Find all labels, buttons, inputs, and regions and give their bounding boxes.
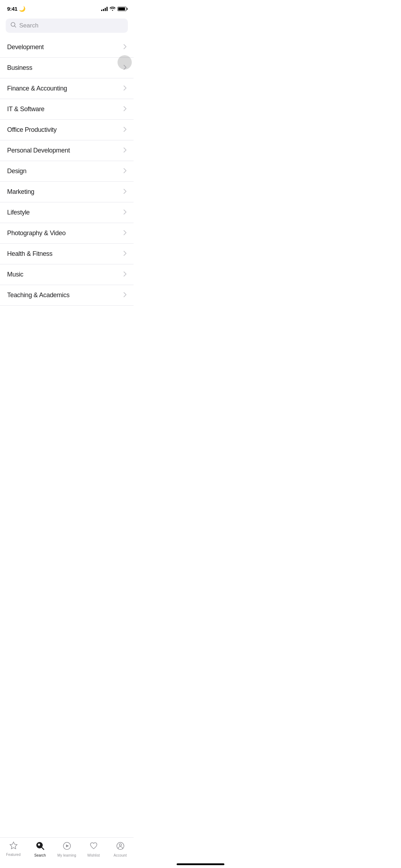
- category-item[interactable]: Office Productivity: [0, 120, 134, 140]
- search-icon: [11, 22, 16, 29]
- chevron-right-icon: [124, 292, 126, 299]
- category-label: Business: [7, 64, 32, 72]
- svg-line-1: [15, 26, 16, 27]
- chevron-right-icon: [124, 148, 126, 154]
- chevron-right-icon: [124, 86, 126, 92]
- chevron-right-icon: [124, 65, 126, 71]
- search-input[interactable]: Search: [6, 19, 128, 33]
- category-label: Photography & Video: [7, 229, 66, 237]
- category-label: Personal Development: [7, 147, 70, 154]
- category-label: Teaching & Academics: [7, 291, 69, 299]
- category-label: Finance & Accounting: [7, 85, 67, 92]
- signal-icon: [101, 7, 108, 11]
- category-item[interactable]: Music: [0, 264, 134, 285]
- status-icons: [101, 6, 126, 12]
- status-bar: 9:41 🌙: [0, 0, 134, 16]
- chevron-right-icon: [124, 44, 126, 51]
- wifi-icon: [110, 6, 115, 12]
- moon-icon: 🌙: [19, 6, 26, 12]
- category-item[interactable]: Marketing: [0, 182, 134, 202]
- category-item[interactable]: Photography & Video: [0, 223, 134, 244]
- chevron-right-icon: [124, 189, 126, 195]
- category-label: Health & Fitness: [7, 250, 52, 258]
- chevron-right-icon: [124, 127, 126, 133]
- chevron-right-icon: [124, 251, 126, 257]
- category-label: Lifestyle: [7, 209, 30, 216]
- chevron-right-icon: [124, 210, 126, 216]
- chevron-right-icon: [124, 106, 126, 113]
- search-placeholder: Search: [19, 22, 38, 29]
- chevron-right-icon: [124, 168, 126, 175]
- category-label: IT & Software: [7, 105, 45, 113]
- category-item[interactable]: Health & Fitness: [0, 244, 134, 264]
- category-label: Development: [7, 43, 44, 51]
- category-item[interactable]: Finance & Accounting: [0, 78, 134, 99]
- search-bar-container[interactable]: Search: [0, 16, 134, 37]
- category-item[interactable]: IT & Software: [0, 99, 134, 120]
- category-item[interactable]: Teaching & Academics: [0, 285, 134, 306]
- chevron-right-icon: [124, 230, 126, 237]
- category-label: Music: [7, 271, 24, 278]
- category-item[interactable]: Lifestyle: [0, 202, 134, 223]
- battery-icon: [118, 7, 126, 11]
- category-label: Marketing: [7, 188, 34, 196]
- category-list: Development Business Finance & Accountin…: [0, 37, 134, 306]
- chevron-right-icon: [124, 272, 126, 278]
- category-item[interactable]: Development: [0, 37, 134, 58]
- category-label: Design: [7, 167, 26, 175]
- category-item[interactable]: Design: [0, 161, 134, 182]
- status-time: 9:41 🌙: [7, 6, 25, 12]
- category-item[interactable]: Business: [0, 58, 134, 78]
- category-item[interactable]: Personal Development: [0, 140, 134, 161]
- category-label: Office Productivity: [7, 126, 57, 134]
